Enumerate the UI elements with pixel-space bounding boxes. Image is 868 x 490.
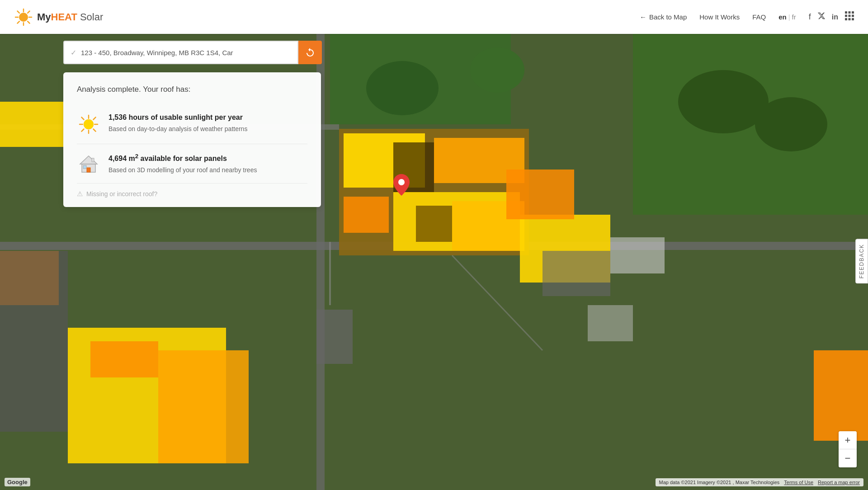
info-panel: Analysis complete. Your roof has: [63, 72, 321, 207]
solar-area-stat-title: 4,694 m2 available for solar panels [108, 152, 307, 164]
how-it-works-label: How It Works [699, 13, 740, 21]
svg-point-47 [755, 97, 827, 151]
svg-rect-14 [852, 15, 854, 17]
feedback-button[interactable]: FEEDBACK [855, 239, 868, 283]
svg-rect-64 [83, 165, 86, 169]
svg-rect-65 [92, 158, 94, 162]
svg-line-8 [18, 21, 19, 23]
search-address-text: 123 - 450, Broadway, Winnipeg, MB R3C 1S… [81, 49, 233, 57]
svg-rect-28 [344, 197, 389, 233]
map-attribution: Map data ©2021 Imagery ©2021 , Maxar Tec… [656, 478, 863, 486]
svg-point-52 [84, 119, 94, 129]
svg-rect-34 [416, 206, 452, 242]
social-links: f in [809, 11, 854, 23]
svg-point-24 [470, 47, 524, 93]
panel-title: Analysis complete. Your roof has: [77, 85, 307, 94]
svg-rect-32 [506, 170, 574, 219]
area-suffix: available for solar panels [138, 155, 227, 162]
language-switcher: en | fr [778, 13, 796, 21]
svg-rect-63 [87, 168, 90, 172]
main-nav: ← Back to Map How It Works FAQ en | fr f… [640, 11, 854, 23]
svg-rect-40 [0, 251, 68, 432]
sunlight-stat-desc: Based on day-to-day analysis of weather … [108, 124, 307, 134]
sun-logo-icon [14, 7, 33, 27]
back-to-map-link[interactable]: ← Back to Map [640, 13, 687, 21]
svg-point-23 [366, 61, 439, 115]
svg-rect-41 [316, 310, 353, 364]
svg-rect-42 [542, 251, 610, 296]
solar-area-stat-desc: Based on 3D modelling of your roof and n… [108, 165, 307, 175]
back-arrow-icon: ← [640, 13, 646, 21]
missing-roof-label: Missing or incorrect roof? [86, 190, 157, 198]
svg-point-66 [398, 179, 405, 185]
sunlight-stat-content: 1,536 hours of usable sunlight per year … [108, 113, 307, 134]
lang-en[interactable]: en [778, 13, 787, 21]
solar-area-stat-row: 4,694 m2 available for solar panels Base… [77, 144, 307, 184]
feedback-wrapper: FEEDBACK [855, 239, 868, 285]
twitter-icon[interactable] [817, 12, 826, 22]
svg-line-59 [94, 117, 96, 119]
house-icon [77, 152, 100, 175]
area-value: 4,694 m [108, 155, 135, 162]
search-bar: ✓ 123 - 450, Broadway, Winnipeg, MB R3C … [63, 41, 322, 64]
sunlight-stat-row: 1,536 hours of usable sunlight per year … [77, 105, 307, 144]
svg-line-60 [81, 129, 84, 132]
map-container[interactable]: ✓ 123 - 450, Broadway, Winnipeg, MB R3C … [0, 34, 868, 490]
zoom-controls: + − [839, 431, 857, 467]
header: MyHEAT Solar ← Back to Map How It Works … [0, 0, 868, 34]
svg-rect-9 [845, 11, 847, 14]
sunlight-stat-title: 1,536 hours of usable sunlight per year [108, 113, 307, 122]
grid-apps-icon[interactable] [844, 11, 854, 23]
how-it-works-link[interactable]: How It Works [699, 13, 740, 21]
svg-rect-35 [0, 102, 63, 147]
reset-icon [305, 47, 315, 57]
map-pin [393, 174, 410, 198]
svg-line-7 [28, 11, 29, 13]
svg-point-0 [19, 13, 28, 22]
search-input-wrapper: ✓ 123 - 450, Broadway, Winnipeg, MB R3C … [63, 41, 298, 64]
google-attribution: Google [5, 478, 30, 486]
svg-marker-61 [80, 156, 97, 164]
svg-rect-13 [849, 15, 851, 17]
svg-rect-48 [814, 350, 868, 441]
svg-rect-12 [845, 15, 847, 17]
zoom-in-button[interactable]: + [839, 431, 857, 449]
svg-rect-10 [849, 11, 851, 14]
svg-rect-15 [845, 18, 847, 20]
map-data-text: Map data ©2021 Imagery ©2021 , Maxar Tec… [659, 480, 780, 485]
solar-area-stat-content: 4,694 m2 available for solar panels Base… [108, 152, 307, 175]
svg-rect-38 [158, 350, 249, 463]
warning-icon: ⚠ [77, 190, 83, 198]
faq-link[interactable]: FAQ [752, 13, 766, 21]
logo-area[interactable]: MyHEAT Solar [14, 7, 103, 27]
svg-rect-49 [610, 237, 665, 273]
svg-point-46 [678, 70, 769, 133]
zoom-out-button[interactable]: − [839, 449, 857, 467]
logo-text: MyHEAT Solar [37, 11, 103, 23]
terms-of-use-link[interactable]: Terms of Use [784, 480, 813, 485]
svg-line-58 [94, 129, 96, 132]
sunlight-icon [77, 113, 100, 136]
svg-rect-16 [849, 18, 851, 20]
missing-roof-link[interactable]: ⚠ Missing or incorrect roof? [77, 190, 307, 198]
search-reset-button[interactable] [298, 41, 322, 64]
linkedin-icon[interactable]: in [832, 13, 838, 21]
facebook-icon[interactable]: f [809, 12, 811, 22]
report-map-error-link[interactable]: Report a map error [818, 480, 860, 485]
svg-rect-50 [588, 305, 633, 341]
svg-rect-17 [852, 18, 854, 20]
faq-label: FAQ [752, 13, 766, 21]
svg-line-6 [28, 21, 29, 23]
svg-line-57 [81, 117, 84, 119]
svg-line-5 [18, 11, 19, 13]
svg-rect-11 [852, 11, 854, 14]
svg-rect-39 [90, 341, 158, 377]
lang-fr[interactable]: fr [792, 13, 796, 21]
back-to-map-label: Back to Map [649, 13, 687, 21]
check-icon: ✓ [71, 48, 76, 57]
